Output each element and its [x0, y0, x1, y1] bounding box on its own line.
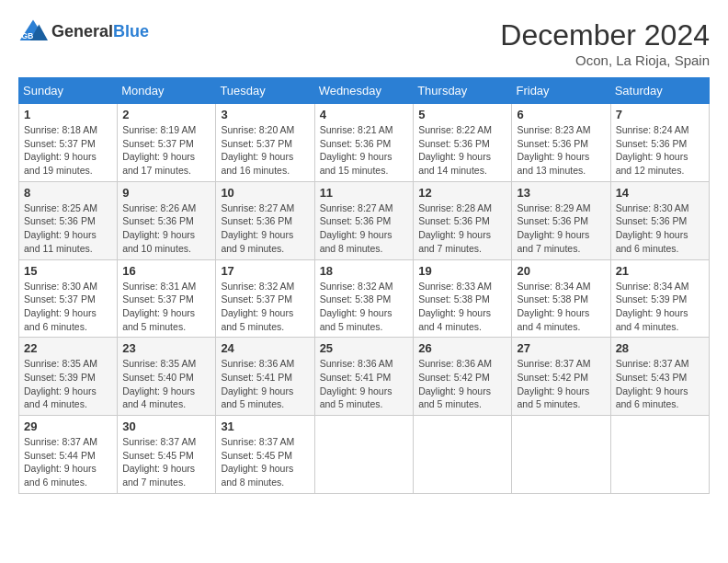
day-info: Sunrise: 8:30 AMSunset: 5:37 PMDaylight:…	[24, 280, 112, 334]
logo-text-blue: Blue	[113, 22, 149, 40]
calendar-cell: 6Sunrise: 8:23 AMSunset: 5:36 PMDaylight…	[512, 104, 610, 182]
day-number: 1	[24, 108, 112, 121]
day-info: Sunrise: 8:19 AMSunset: 5:37 PMDaylight:…	[122, 123, 210, 178]
day-number: 4	[320, 108, 409, 121]
calendar-cell	[314, 416, 414, 494]
day-number: 11	[320, 186, 409, 200]
day-info: Sunrise: 8:27 AMSunset: 5:36 PMDaylight:…	[221, 201, 309, 256]
calendar-cell: 8Sunrise: 8:25 AMSunset: 5:36 PMDaylight…	[19, 181, 118, 259]
day-info: Sunrise: 8:20 AMSunset: 5:37 PMDaylight:…	[221, 123, 309, 178]
calendar-cell: 18Sunrise: 8:32 AMSunset: 5:38 PMDayligh…	[314, 259, 414, 338]
day-number: 30	[122, 419, 210, 433]
calendar-week-row: 29Sunrise: 8:37 AMSunset: 5:44 PMDayligh…	[19, 416, 710, 494]
calendar-cell: 9Sunrise: 8:26 AMSunset: 5:36 PMDaylight…	[118, 181, 216, 259]
calendar-week-row: 15Sunrise: 8:30 AMSunset: 5:37 PMDayligh…	[19, 259, 710, 338]
calendar-header-wednesday: Wednesday	[314, 78, 414, 104]
day-info: Sunrise: 8:34 AMSunset: 5:39 PMDaylight:…	[616, 280, 704, 334]
day-info: Sunrise: 8:26 AMSunset: 5:36 PMDaylight:…	[122, 201, 210, 256]
day-number: 2	[122, 108, 210, 121]
calendar-cell: 28Sunrise: 8:37 AMSunset: 5:43 PMDayligh…	[610, 338, 709, 416]
day-number: 12	[418, 186, 506, 200]
calendar-cell: 19Sunrise: 8:33 AMSunset: 5:38 PMDayligh…	[414, 259, 512, 338]
day-number: 14	[616, 186, 704, 200]
day-info: Sunrise: 8:18 AMSunset: 5:37 PMDaylight:…	[24, 123, 112, 178]
location: Ocon, La Rioja, Spain	[500, 52, 710, 68]
day-number: 9	[122, 186, 210, 200]
calendar-cell: 12Sunrise: 8:28 AMSunset: 5:36 PMDayligh…	[414, 181, 512, 259]
calendar-cell: 15Sunrise: 8:30 AMSunset: 5:37 PMDayligh…	[19, 259, 118, 338]
calendar-header-monday: Monday	[118, 78, 216, 104]
day-info: Sunrise: 8:35 AMSunset: 5:40 PMDaylight:…	[122, 357, 210, 411]
day-info: Sunrise: 8:36 AMSunset: 5:41 PMDaylight:…	[221, 357, 309, 411]
day-number: 31	[221, 419, 309, 433]
calendar-cell: 11Sunrise: 8:27 AMSunset: 5:36 PMDayligh…	[314, 181, 414, 259]
day-info: Sunrise: 8:32 AMSunset: 5:38 PMDaylight:…	[320, 280, 409, 334]
day-number: 26	[418, 341, 506, 355]
calendar-cell: 7Sunrise: 8:24 AMSunset: 5:36 PMDaylight…	[610, 104, 709, 182]
day-info: Sunrise: 8:21 AMSunset: 5:36 PMDaylight:…	[320, 123, 409, 178]
calendar-cell: 22Sunrise: 8:35 AMSunset: 5:39 PMDayligh…	[19, 338, 118, 416]
day-number: 28	[616, 341, 704, 355]
day-number: 7	[616, 108, 704, 121]
calendar-cell: 20Sunrise: 8:34 AMSunset: 5:38 PMDayligh…	[512, 259, 610, 338]
day-number: 10	[221, 186, 309, 200]
day-number: 19	[418, 264, 506, 278]
day-number: 8	[24, 186, 112, 200]
calendar-cell: 2Sunrise: 8:19 AMSunset: 5:37 PMDaylight…	[118, 104, 216, 182]
day-info: Sunrise: 8:23 AMSunset: 5:36 PMDaylight:…	[517, 123, 605, 178]
calendar-cell: 17Sunrise: 8:32 AMSunset: 5:37 PMDayligh…	[216, 259, 314, 338]
logo-icon: GB	[18, 18, 48, 44]
svg-text:GB: GB	[21, 31, 33, 40]
calendar-cell: 27Sunrise: 8:37 AMSunset: 5:42 PMDayligh…	[512, 338, 610, 416]
calendar-cell: 25Sunrise: 8:36 AMSunset: 5:41 PMDayligh…	[314, 338, 414, 416]
day-number: 24	[221, 341, 309, 355]
calendar-cell: 14Sunrise: 8:30 AMSunset: 5:36 PMDayligh…	[610, 181, 709, 259]
day-info: Sunrise: 8:31 AMSunset: 5:37 PMDaylight:…	[122, 280, 210, 334]
day-number: 16	[122, 264, 210, 278]
title-block: December 2024 Ocon, La Rioja, Spain	[500, 18, 710, 68]
day-number: 17	[221, 264, 309, 278]
day-number: 22	[24, 341, 112, 355]
calendar-header-sunday: Sunday	[19, 78, 118, 104]
day-number: 23	[122, 341, 210, 355]
calendar-header-tuesday: Tuesday	[216, 78, 314, 104]
day-number: 18	[320, 264, 409, 278]
day-number: 27	[517, 341, 605, 355]
day-info: Sunrise: 8:28 AMSunset: 5:36 PMDaylight:…	[418, 201, 506, 256]
calendar-cell: 10Sunrise: 8:27 AMSunset: 5:36 PMDayligh…	[216, 181, 314, 259]
day-number: 20	[517, 264, 605, 278]
day-number: 25	[320, 341, 409, 355]
calendar-cell	[414, 416, 512, 494]
day-info: Sunrise: 8:35 AMSunset: 5:39 PMDaylight:…	[24, 357, 112, 411]
calendar-cell: 31Sunrise: 8:37 AMSunset: 5:45 PMDayligh…	[216, 416, 314, 494]
calendar-table: SundayMondayTuesdayWednesdayThursdayFrid…	[18, 77, 710, 494]
day-number: 15	[24, 264, 112, 278]
day-number: 29	[24, 419, 112, 433]
calendar-cell: 23Sunrise: 8:35 AMSunset: 5:40 PMDayligh…	[118, 338, 216, 416]
calendar-cell: 29Sunrise: 8:37 AMSunset: 5:44 PMDayligh…	[19, 416, 118, 494]
day-info: Sunrise: 8:37 AMSunset: 5:44 PMDaylight:…	[24, 435, 112, 489]
day-number: 6	[517, 108, 605, 121]
calendar-header-thursday: Thursday	[414, 78, 512, 104]
day-info: Sunrise: 8:37 AMSunset: 5:43 PMDaylight:…	[616, 357, 704, 411]
day-number: 21	[616, 264, 704, 278]
day-info: Sunrise: 8:37 AMSunset: 5:45 PMDaylight:…	[122, 435, 210, 489]
day-info: Sunrise: 8:36 AMSunset: 5:42 PMDaylight:…	[418, 357, 506, 411]
day-number: 13	[517, 186, 605, 200]
day-number: 3	[221, 108, 309, 121]
day-info: Sunrise: 8:24 AMSunset: 5:36 PMDaylight:…	[616, 123, 704, 178]
day-info: Sunrise: 8:36 AMSunset: 5:41 PMDaylight:…	[320, 357, 409, 411]
calendar-cell: 30Sunrise: 8:37 AMSunset: 5:45 PMDayligh…	[118, 416, 216, 494]
day-info: Sunrise: 8:33 AMSunset: 5:38 PMDaylight:…	[418, 280, 506, 334]
calendar-week-row: 22Sunrise: 8:35 AMSunset: 5:39 PMDayligh…	[19, 338, 710, 416]
day-info: Sunrise: 8:32 AMSunset: 5:37 PMDaylight:…	[221, 280, 309, 334]
calendar-cell	[610, 416, 709, 494]
calendar-cell: 26Sunrise: 8:36 AMSunset: 5:42 PMDayligh…	[414, 338, 512, 416]
calendar-cell: 21Sunrise: 8:34 AMSunset: 5:39 PMDayligh…	[610, 259, 709, 338]
calendar-cell: 24Sunrise: 8:36 AMSunset: 5:41 PMDayligh…	[216, 338, 314, 416]
day-info: Sunrise: 8:29 AMSunset: 5:36 PMDaylight:…	[517, 201, 605, 256]
calendar-cell	[512, 416, 610, 494]
month-title: December 2024	[500, 18, 710, 52]
day-number: 5	[418, 108, 506, 121]
day-info: Sunrise: 8:27 AMSunset: 5:36 PMDaylight:…	[320, 201, 409, 256]
